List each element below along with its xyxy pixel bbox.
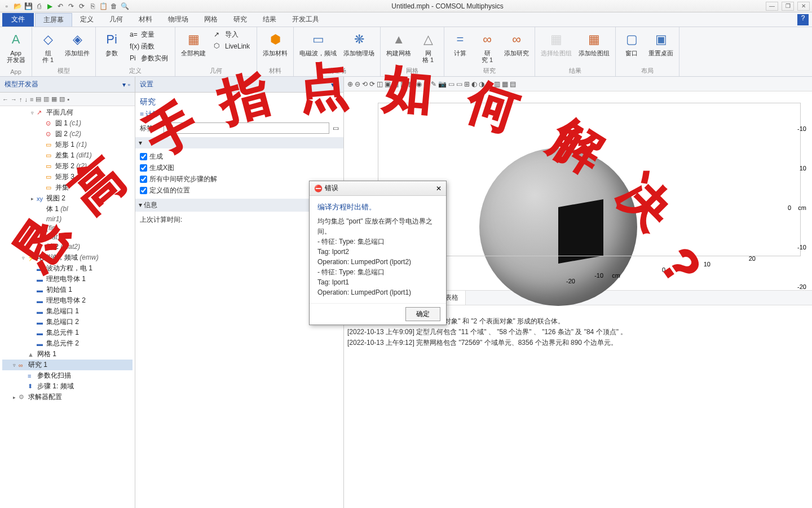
qat-delete-icon[interactable]: 🗑	[109, 2, 118, 11]
tree-item-11[interactable]: mir1)	[2, 214, 133, 224]
tree-item-27[interactable]: ≡参数化扫描	[2, 370, 133, 381]
ribbon-btn-0-0[interactable]: AApp开发器	[5, 29, 27, 64]
qat-copy-icon[interactable]: ⎘	[88, 2, 97, 11]
qat-undo-icon[interactable]: ↶	[56, 2, 65, 11]
tree-item-18[interactable]: ▬理想电导体 1	[2, 274, 133, 284]
gfx-tool-2[interactable]: ⟲	[362, 80, 368, 88]
tree-tool-9[interactable]: ▪	[67, 96, 69, 103]
study-settings-section[interactable]: ▾	[135, 137, 343, 148]
gfx-tool-9[interactable]: ◉	[416, 80, 422, 88]
gfx-tool-15[interactable]: ⊞	[464, 80, 470, 88]
ribbon-btn-1-0[interactable]: ◇组件 1	[37, 29, 59, 64]
tree-item-29[interactable]: ▸⚙求解器配置	[2, 392, 133, 402]
tree-tool-7[interactable]: ▦	[51, 95, 57, 103]
tree-item-0[interactable]: ▿↗平面几何	[2, 107, 133, 118]
tree-tool-3[interactable]: ↓	[25, 96, 28, 103]
ribbon-btn-7-1[interactable]: ∞研究 1	[476, 29, 498, 64]
gfx-tool-20[interactable]: ▦	[502, 80, 508, 88]
ribbon-tab-8[interactable]: 开发工具	[284, 13, 327, 27]
gfx-tool-6[interactable]: ▤	[392, 80, 399, 88]
qat-new-icon[interactable]: ▫	[2, 2, 11, 11]
ribbon-btn-5-1[interactable]: ❋添加物理场	[342, 29, 376, 58]
gfx-tool-19[interactable]: ▥	[494, 80, 500, 88]
help-button[interactable]: ?	[797, 14, 809, 25]
tree-tool-4[interactable]: ≡	[30, 96, 33, 103]
gfx-tool-11[interactable]: ✎	[431, 80, 436, 88]
gfx-tool-8[interactable]: ▦	[408, 80, 414, 88]
tree-item-9[interactable]: ▸xy视图 2	[2, 193, 133, 204]
ribbon-btn-1-1[interactable]: ◈添加组件	[64, 29, 91, 58]
check-1[interactable]: 生成X图	[140, 163, 339, 173]
ribbon-btn-8-1[interactable]: ▦添加绘图组	[577, 29, 611, 58]
gfx-tool-4[interactable]: ◫	[377, 80, 383, 88]
tree-tool-8[interactable]: ▧	[59, 95, 65, 103]
ribbon-btn-2-0[interactable]: Pi参数	[100, 29, 123, 58]
qat-find-icon[interactable]: 🔍	[120, 2, 129, 11]
qat-save-icon[interactable]: 💾	[24, 2, 33, 11]
ribbon-btn-7-2[interactable]: ∞添加研究	[503, 29, 530, 58]
tree-item-28[interactable]: ⬍步骤 1: 频域	[2, 381, 133, 392]
gfx-tool-14[interactable]: ▭	[456, 80, 462, 88]
message-area[interactable]: ⚠ [2022-10-13 上午9:09] "3 个实体对象" 和 "2 个表面…	[344, 305, 812, 509]
tree-tool-5[interactable]: ▤	[36, 95, 41, 103]
tree-item-3[interactable]: ▭矩形 1 (r1)	[2, 139, 133, 150]
qat-open-icon[interactable]: 📂	[13, 2, 22, 11]
ribbon-sub-3-1[interactable]: ⬡LiveLink	[211, 41, 252, 51]
gfx-tool-10[interactable]: ⬡	[423, 80, 429, 88]
ribbon-sub-3-0[interactable]: ↗导入	[211, 29, 252, 40]
qat-run-icon[interactable]: ▶	[45, 2, 54, 11]
tree-item-17[interactable]: ▬波动方程，电 1	[2, 263, 133, 274]
qat-refresh-icon[interactable]: ⟳	[77, 2, 86, 11]
ribbon-tab-6[interactable]: 研究	[226, 13, 255, 27]
ribbon-tab-4[interactable]: 物理场	[160, 13, 196, 27]
ribbon-btn-6-1[interactable]: △网格 1	[417, 29, 439, 64]
gfx-tool-16[interactable]: ◐	[471, 80, 477, 88]
tree-item-21[interactable]: ▬集总端口 1	[2, 306, 133, 317]
tree-item-20[interactable]: ▬理想电导体 2	[2, 295, 133, 306]
tree-item-24[interactable]: ▬集总元件 2	[2, 338, 133, 349]
gfx-tool-1[interactable]: ⊖	[355, 80, 360, 88]
tree-item-26[interactable]: ▿∞研究 1	[2, 360, 133, 370]
tree-item-15[interactable]: 料 2 (mat2)	[2, 242, 133, 252]
ribbon-btn-9-1[interactable]: ▣重置桌面	[647, 29, 674, 58]
tree-item-4[interactable]: ▭差集 1 (dif1)	[2, 150, 133, 161]
tree-item-14[interactable]: mat1)	[2, 233, 133, 242]
qat-redo-icon[interactable]: ↷	[67, 2, 76, 11]
tree-item-22[interactable]: ▬集总端口 2	[2, 317, 133, 327]
ribbon-btn-5-0[interactable]: ▭电磁波，频域	[298, 29, 338, 58]
gfx-tool-12[interactable]: 📷	[438, 80, 447, 88]
tree-item-16[interactable]: ▿⚡电磁波，频域 (emw)	[2, 252, 133, 263]
tree-item-25[interactable]: ▲网格 1	[2, 349, 133, 360]
ribbon-tab-5[interactable]: 网格	[196, 13, 226, 27]
tree-item-5[interactable]: ▭矩形 2 (r2)	[2, 161, 133, 172]
tree-item-23[interactable]: ▬集总元件 1	[2, 327, 133, 338]
close-button[interactable]: ✕	[797, 2, 810, 11]
ribbon-tab-3[interactable]: 材料	[131, 13, 160, 27]
tree-item-6[interactable]: ▭矩形 3	[2, 172, 133, 182]
file-menu[interactable]: 文件	[2, 13, 34, 27]
ribbon-sub-2-0[interactable]: a=变量	[127, 29, 170, 40]
ribbon-tab-7[interactable]: 结果	[255, 13, 284, 27]
tree-tool-1[interactable]: →	[11, 96, 17, 103]
ribbon-btn-6-0[interactable]: ▲构建网格	[385, 29, 412, 58]
maximize-button[interactable]: ❐	[782, 2, 794, 11]
ok-button[interactable]: 确定	[405, 307, 440, 321]
tree-tool-6[interactable]: ▥	[43, 95, 49, 103]
gfx-tool-0[interactable]: ⊕	[347, 80, 353, 88]
tree-item-10[interactable]: 体 1 (bl	[2, 204, 133, 214]
minimize-button[interactable]: —	[766, 2, 778, 11]
qat-paste-icon[interactable]: 📋	[99, 2, 108, 11]
ribbon-tab-1[interactable]: 定义	[72, 13, 102, 27]
check-0[interactable]: 生成	[140, 152, 339, 161]
label-edit-icon[interactable]: ▭	[333, 124, 339, 132]
tree-item-7[interactable]: ▭并集	[2, 182, 133, 193]
tree-item-2[interactable]: ⊙圆 2 (c2)	[2, 129, 133, 139]
ribbon-tab-0[interactable]: 主屏幕	[35, 13, 72, 27]
ribbon-btn-9-0[interactable]: ▢窗口	[620, 29, 643, 58]
panel-menu-icon[interactable]: ▾ ▫	[122, 81, 130, 89]
ribbon-sub-2-2[interactable]: Pi参数实例	[127, 53, 170, 64]
model-tree[interactable]: ▿↗平面几何⊙圆 1 (c1)⊙圆 2 (c2)▭矩形 1 (r1)▭差集 1 …	[0, 106, 135, 508]
gfx-tool-5[interactable]: ▣	[385, 80, 391, 88]
compute-button[interactable]: = 计算	[140, 110, 339, 119]
gfx-tool-3[interactable]: ⟳	[369, 80, 375, 88]
